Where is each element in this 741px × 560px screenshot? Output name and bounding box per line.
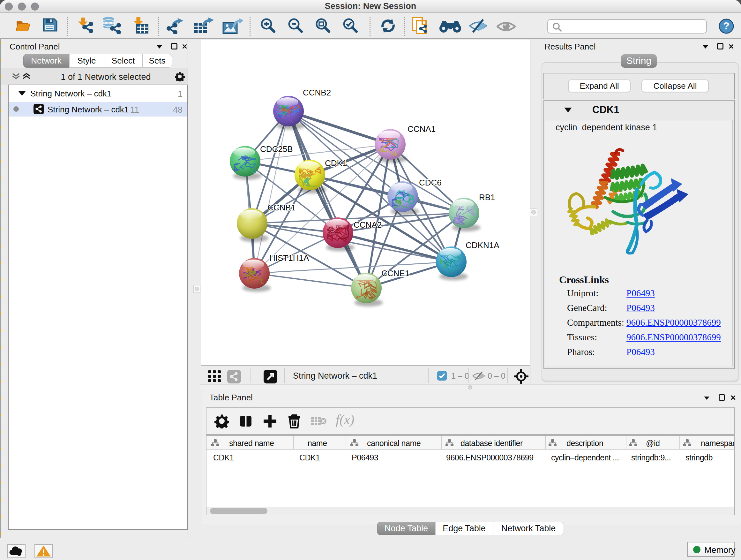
svg-text:CCNB2: CCNB2 [303,88,331,98]
svg-text:CCNA1: CCNA1 [408,124,435,134]
svg-text:CCNE1: CCNE1 [381,268,409,278]
svg-text:HIST1H1A: HIST1H1A [269,253,309,263]
svg-text:CCNB1: CCNB1 [267,203,295,212]
svg-text:CDKN1A: CDKN1A [466,240,499,250]
svg-text:CDC25B: CDC25B [260,144,293,154]
svg-text:CDK1: CDK1 [325,159,347,168]
svg-text:CCNA2: CCNA2 [354,220,382,230]
svg-text:CDC6: CDC6 [419,178,442,187]
svg-text:RB1: RB1 [479,192,495,202]
svg-text:?: ? [723,20,730,32]
